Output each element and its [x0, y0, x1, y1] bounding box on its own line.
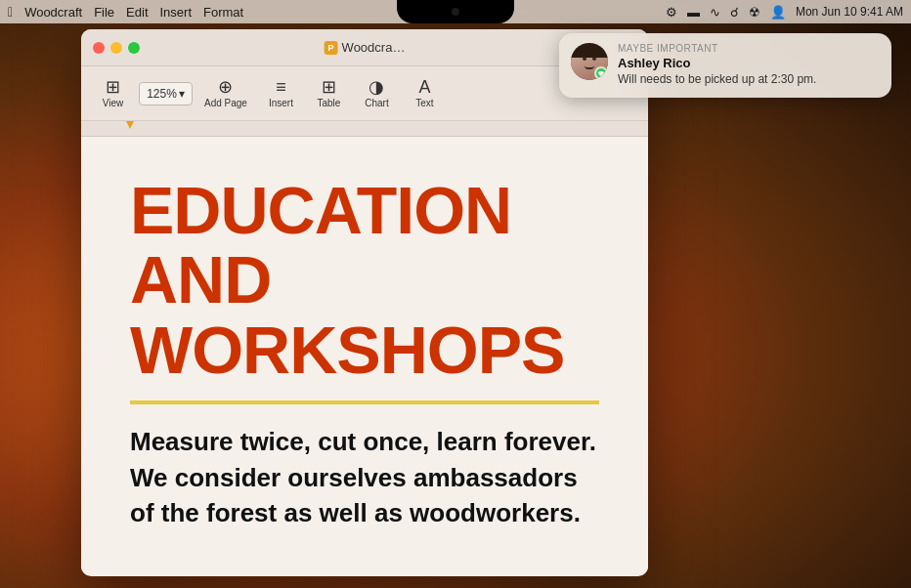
ruler — [81, 121, 648, 137]
search-icon[interactable]: ☌ — [730, 5, 739, 20]
pages-icon: P — [325, 41, 338, 55]
notification-message: Will needs to be picked up at 2:30 pm. — [618, 72, 880, 88]
document-body: Measure twice, cut once, learn forever. … — [130, 424, 599, 530]
messages-icon — [596, 68, 606, 78]
pages-window: P Woodcra… ⊞ View 125% ▾ ⊕ Add Page — [81, 29, 648, 576]
format-menu[interactable]: Format — [203, 5, 243, 20]
add-page-icon: ⊕ — [218, 78, 233, 96]
wifi-icon[interactable]: ∿ — [710, 5, 720, 20]
text-icon: A — [418, 78, 430, 96]
maximize-button[interactable] — [128, 42, 140, 54]
window-controls — [93, 42, 140, 54]
avatar-eyes — [583, 57, 596, 61]
edit-menu[interactable]: Edit — [126, 5, 148, 20]
notification-category: MAYBE IMPORTANT — [618, 43, 880, 54]
view-icon: ⊞ — [106, 78, 120, 96]
minimize-button[interactable] — [110, 42, 122, 54]
text-toolbar-item[interactable]: A Text — [403, 74, 447, 112]
airdrop-icon[interactable]: ☢ — [749, 5, 760, 20]
avatar-mouth — [585, 65, 594, 69]
app-name-menu[interactable]: Woodcraft — [24, 5, 82, 20]
camera-dot — [452, 8, 459, 16]
avatar-eye-left — [583, 57, 586, 61]
avatar-eye-right — [592, 57, 596, 61]
document-divider — [130, 400, 599, 404]
table-label: Table — [317, 98, 340, 108]
table-toolbar-item[interactable]: ⊞ Table — [307, 74, 351, 112]
window-title: P Woodcra… — [325, 40, 406, 55]
user-icon[interactable]: 👤 — [770, 5, 786, 20]
zoom-control[interactable]: 125% ▾ — [139, 82, 193, 105]
document-heading: EDUCATION AND WORKSHOPS — [130, 176, 599, 385]
settings-icon[interactable]: ⚙ — [666, 5, 677, 20]
menubar-left:  Woodcraft File Edit Insert Format — [8, 4, 243, 20]
notification-banner[interactable]: MAYBE IMPORTANT Ashley Rico Will needs t… — [559, 33, 891, 98]
chart-label: Chart — [365, 98, 388, 108]
window-title-text: Woodcra… — [342, 40, 406, 55]
insert-toolbar-item[interactable]: ≡ Insert — [259, 74, 303, 112]
avatar-hair — [571, 43, 608, 58]
camera-notch — [397, 0, 514, 23]
chart-icon: ◑ — [369, 78, 384, 96]
chart-toolbar-item[interactable]: ◑ Chart — [355, 74, 399, 112]
insert-menu[interactable]: Insert — [160, 5, 193, 20]
insert-label: Insert — [269, 98, 293, 108]
document-content: EDUCATION AND WORKSHOPS Measure twice, c… — [81, 137, 648, 569]
desktop:  Woodcraft File Edit Insert Format ⚙ ▬ … — [0, 0, 911, 588]
insert-icon: ≡ — [276, 78, 286, 96]
view-label: View — [103, 98, 124, 108]
menubar-clock: Mon Jun 10 9:41 AM — [796, 5, 903, 19]
apple-menu[interactable]:  — [8, 4, 13, 20]
notification-content: MAYBE IMPORTANT Ashley Rico Will needs t… — [618, 43, 880, 88]
close-button[interactable] — [93, 42, 105, 54]
messages-badge — [594, 66, 608, 80]
table-icon: ⊞ — [322, 78, 336, 96]
zoom-value: 125% — [147, 87, 177, 101]
text-label: Text — [415, 98, 433, 108]
add-page-label: Add Page — [204, 98, 247, 108]
file-menu[interactable]: File — [94, 5, 114, 20]
ruler-marker — [126, 121, 134, 129]
view-toolbar-item[interactable]: ⊞ View — [91, 74, 135, 112]
battery-icon[interactable]: ▬ — [687, 5, 700, 20]
menubar-right: ⚙ ▬ ∿ ☌ ☢ 👤 Mon Jun 10 9:41 AM — [666, 5, 903, 20]
notification-avatar — [571, 43, 608, 80]
notification-sender: Ashley Rico — [618, 56, 880, 70]
zoom-chevron-icon: ▾ — [179, 87, 185, 101]
add-page-toolbar-item[interactable]: ⊕ Add Page — [196, 74, 255, 112]
